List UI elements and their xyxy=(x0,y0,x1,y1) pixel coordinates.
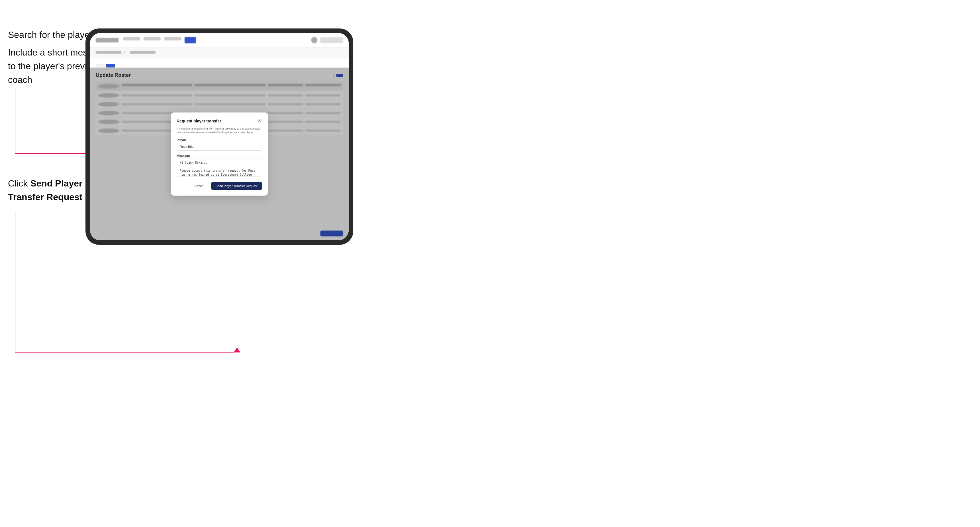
sub-header xyxy=(90,47,349,57)
nav-item-1 xyxy=(123,37,140,40)
message-textarea[interactable]: Hi Coach McHarg, Please accept this tran… xyxy=(177,159,262,177)
modal-footer: Cancel Send Player Transfer Request xyxy=(177,182,262,190)
request-transfer-modal: Request player transfer ✕ If the player … xyxy=(171,113,268,196)
arrow-line-1 xyxy=(15,88,15,154)
player-form-group: Player xyxy=(177,138,262,151)
arrow-2-head xyxy=(234,348,240,352)
send-transfer-request-button[interactable]: Send Player Transfer Request xyxy=(211,182,262,190)
nav-btn xyxy=(320,37,343,43)
modal-close-button[interactable]: ✕ xyxy=(256,118,262,124)
nav-right xyxy=(311,37,343,43)
tab-item-1 xyxy=(96,64,105,67)
breadcrumb-arrow xyxy=(124,51,127,54)
tab-bar xyxy=(90,57,349,68)
nav-avatar xyxy=(311,37,317,43)
player-input[interactable] xyxy=(177,143,262,151)
message-label: Message xyxy=(177,154,262,157)
breadcrumb-item-1 xyxy=(96,51,121,54)
tablet-device: Update Roster xyxy=(86,29,353,245)
tab-item-active xyxy=(106,64,115,67)
arrow-line-2-v xyxy=(15,211,15,353)
modal-description: If the player is transferring from anoth… xyxy=(177,127,262,134)
message-form-group: Message Hi Coach McHarg, Please accept t… xyxy=(177,154,262,178)
nav-item-2 xyxy=(143,37,161,40)
breadcrumb-item-2 xyxy=(130,51,156,54)
player-label: Player xyxy=(177,138,262,141)
app-logo xyxy=(96,38,119,43)
tablet-screen: Update Roster xyxy=(90,33,349,240)
modal-overlay: Request player transfer ✕ If the player … xyxy=(90,68,349,240)
app-header xyxy=(90,33,349,47)
modal-title: Request player transfer xyxy=(177,119,221,123)
nav-items xyxy=(123,37,196,43)
modal-header: Request player transfer ✕ xyxy=(177,118,262,124)
cancel-button[interactable]: Cancel xyxy=(190,182,208,190)
arrow-line-2-h xyxy=(15,352,234,353)
nav-item-3 xyxy=(164,37,181,40)
nav-item-active xyxy=(185,37,196,43)
annotation-step1: Search for the player. xyxy=(8,29,95,41)
page-content: Update Roster xyxy=(90,68,349,240)
